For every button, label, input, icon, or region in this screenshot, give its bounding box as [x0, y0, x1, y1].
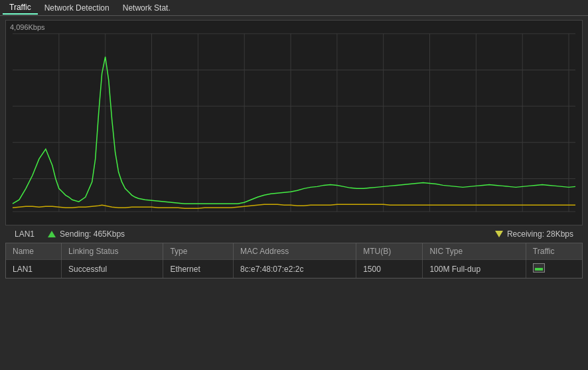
- table-row: LAN1 Successful Ethernet 8c:e7:48:07:e2:…: [6, 260, 582, 278]
- network-table: Name Linking Status Type MAC Address MTU…: [5, 243, 583, 278]
- cell-mac-address: 8c:e7:48:07:e2:2c: [233, 260, 356, 278]
- arrow-up-icon: [48, 231, 56, 237]
- menu-network-detection[interactable]: Network Detection: [38, 2, 116, 14]
- traffic-chart-icon[interactable]: [533, 263, 545, 273]
- table-header-row: Name Linking Status Type MAC Address MTU…: [6, 243, 582, 260]
- col-linking-status: Linking Status: [62, 243, 163, 260]
- col-traffic: Traffic: [526, 243, 582, 260]
- col-name: Name: [6, 243, 62, 260]
- receiving-label: Receiving: 28Kbps: [507, 229, 573, 239]
- receiving-status: Receiving: 28Kbps: [495, 229, 573, 239]
- chart-svg: [6, 21, 582, 225]
- cell-linking-status: Successful: [62, 260, 163, 278]
- col-mac-address: MAC Address: [233, 243, 356, 260]
- sending-label: Sending: 465Kbps: [60, 229, 125, 239]
- menu-traffic[interactable]: Traffic: [3, 1, 38, 15]
- sending-status: Sending: 465Kbps: [48, 229, 125, 239]
- cell-type: Ethernet: [163, 260, 234, 278]
- cell-traffic-icon[interactable]: [526, 260, 582, 278]
- menu-bar: Traffic Network Detection Network Stat.: [0, 0, 588, 16]
- menu-network-stat[interactable]: Network Stat.: [116, 2, 177, 14]
- cell-name: LAN1: [6, 260, 62, 278]
- status-bar: LAN1 Sending: 465Kbps Receiving: 28Kbps: [5, 225, 583, 243]
- traffic-chart: 4,096Kbps: [5, 20, 583, 225]
- col-type: Type: [163, 243, 234, 260]
- interface-name: LAN1: [15, 229, 35, 239]
- cell-nic-type: 100M Full-dup: [423, 260, 526, 278]
- cell-mtu: 1500: [356, 260, 423, 278]
- arrow-down-icon: [495, 231, 503, 237]
- chart-y-max-label: 4,096Kbps: [10, 23, 45, 31]
- col-nic-type: NIC Type: [423, 243, 526, 260]
- interface-label: LAN1: [15, 229, 35, 239]
- col-mtu: MTU(B): [356, 243, 423, 260]
